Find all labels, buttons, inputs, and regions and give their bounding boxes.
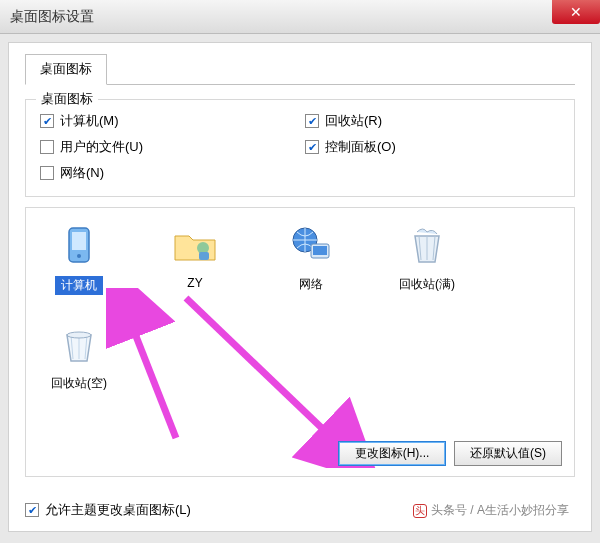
window-title: 桌面图标设置	[10, 8, 94, 26]
icon-row-1: 计算机 ZY	[36, 222, 564, 295]
svg-point-2	[77, 254, 81, 258]
icon-network[interactable]: 网络	[268, 222, 354, 295]
icon-label: 回收站(满)	[399, 276, 455, 293]
svg-point-8	[67, 332, 91, 338]
close-button[interactable]: ✕	[552, 0, 600, 24]
checkbox-icon	[25, 503, 39, 517]
chk-network[interactable]: 网络(N)	[40, 164, 295, 182]
checkbox-icon	[305, 140, 319, 154]
button-row: 更改图标(H)... 还原默认值(S)	[338, 441, 562, 466]
icon-folder-zy[interactable]: ZY	[152, 222, 238, 295]
tab-desktop-icons[interactable]: 桌面图标	[25, 54, 107, 85]
group-title: 桌面图标	[36, 90, 98, 108]
chk-computer[interactable]: 计算机(M)	[40, 112, 295, 130]
dialog-body: 桌面图标 桌面图标 计算机(M) 回收站(R) 用户的文件(U) 控制面板(O)	[8, 42, 592, 532]
allow-themes-checkbox[interactable]: 允许主题更改桌面图标(L)	[25, 501, 191, 519]
svg-rect-4	[199, 252, 209, 260]
folder-icon	[171, 222, 219, 270]
chk-recyclebin[interactable]: 回收站(R)	[305, 112, 560, 130]
chk-label: 控制面板(O)	[325, 138, 396, 156]
icon-label: ZY	[187, 276, 202, 290]
chk-label: 回收站(R)	[325, 112, 382, 130]
checkbox-icon	[305, 114, 319, 128]
chk-label: 用户的文件(U)	[60, 138, 143, 156]
chk-label: 计算机(M)	[60, 112, 119, 130]
checkbox-icon	[40, 114, 54, 128]
checkbox-icon	[40, 166, 54, 180]
group-desktop-icons: 桌面图标 计算机(M) 回收站(R) 用户的文件(U) 控制面板(O) 网络(N…	[25, 99, 575, 197]
checkbox-icon	[40, 140, 54, 154]
watermark-text: 头条号 / A生活小妙招分享	[431, 502, 569, 519]
computer-icon	[55, 222, 103, 270]
titlebar: 桌面图标设置 ✕	[0, 0, 600, 34]
chk-label: 允许主题更改桌面图标(L)	[45, 501, 191, 519]
icon-preview-area: 计算机 ZY	[25, 207, 575, 477]
checkbox-grid: 计算机(M) 回收站(R) 用户的文件(U) 控制面板(O) 网络(N)	[40, 112, 560, 182]
chk-controlpanel[interactable]: 控制面板(O)	[305, 138, 560, 156]
tab-header: 桌面图标	[25, 53, 575, 85]
network-icon	[287, 222, 335, 270]
recyclebin-full-icon	[403, 222, 451, 270]
watermark-icon: 头	[413, 504, 427, 518]
icon-label: 网络	[299, 276, 323, 293]
svg-rect-1	[72, 232, 86, 250]
tab-label: 桌面图标	[40, 61, 92, 76]
button-label: 还原默认值(S)	[470, 446, 546, 460]
icon-computer[interactable]: 计算机	[36, 222, 122, 295]
icon-label: 回收站(空)	[51, 375, 107, 392]
restore-default-button[interactable]: 还原默认值(S)	[454, 441, 562, 466]
svg-rect-7	[313, 246, 327, 255]
change-icon-button[interactable]: 更改图标(H)...	[338, 441, 446, 466]
close-icon: ✕	[570, 4, 582, 20]
icon-label: 计算机	[55, 276, 103, 295]
chk-label: 网络(N)	[60, 164, 104, 182]
watermark: 头 头条号 / A生活小妙招分享	[413, 502, 569, 519]
recyclebin-empty-icon	[55, 321, 103, 369]
chk-userfiles[interactable]: 用户的文件(U)	[40, 138, 295, 156]
icon-recyclebin-full[interactable]: 回收站(满)	[384, 222, 470, 295]
button-label: 更改图标(H)...	[355, 446, 430, 460]
icon-recyclebin-empty[interactable]: 回收站(空)	[36, 321, 122, 392]
icon-row-2: 回收站(空)	[36, 321, 564, 392]
